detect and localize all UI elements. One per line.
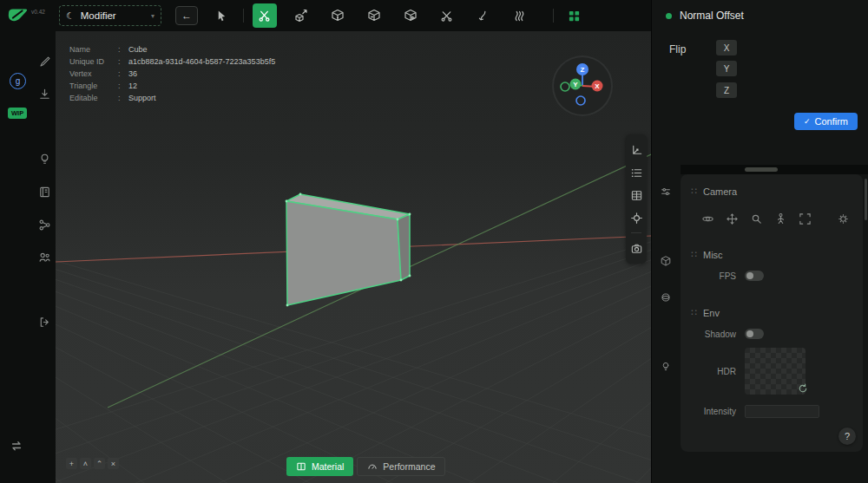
intensity-label: Intensity: [691, 407, 736, 416]
info-row: Triangle12: [69, 80, 275, 92]
users-button[interactable]: [33, 245, 56, 268]
section-misc: ∷ Misc: [691, 249, 852, 260]
orientation-gizmo[interactable]: Z Y X: [554, 57, 611, 114]
wip-badge: WIP: [8, 108, 27, 119]
table-icon: [630, 189, 643, 202]
back-button[interactable]: ←: [175, 6, 198, 25]
flip-x-button[interactable]: X: [716, 40, 737, 55]
modifier-dropdown[interactable]: ☾ Modifier ▾: [59, 5, 161, 26]
info-label: Name: [69, 43, 118, 55]
journal-button[interactable]: [33, 180, 56, 203]
light-button[interactable]: [33, 147, 56, 170]
fps-toggle[interactable]: [745, 271, 764, 281]
toolbar-divider: [243, 9, 244, 23]
apps-grid-button[interactable]: [562, 3, 587, 28]
camera-modes-row: [700, 211, 851, 226]
pan-mode-button[interactable]: [724, 211, 740, 226]
tab-material[interactable]: Material: [286, 457, 353, 476]
info-label: Vertex: [69, 68, 118, 80]
comb-brush-tool[interactable]: [508, 3, 532, 28]
panel-tab-indicator[interactable]: [745, 167, 778, 172]
confirm-button[interactable]: ✓ Confirm: [794, 113, 858, 130]
flip-z-button[interactable]: Z: [716, 82, 737, 98]
logo-icon: [7, 7, 30, 24]
tab-performance[interactable]: Performance: [357, 457, 445, 476]
export-button[interactable]: [33, 310, 56, 333]
drag-handle-icon[interactable]: ∷: [691, 307, 697, 318]
focus-button[interactable]: [626, 206, 647, 229]
help-button[interactable]: ?: [838, 428, 856, 445]
shadow-label: Shadow: [691, 330, 736, 339]
refresh-icon[interactable]: [798, 382, 808, 397]
mini-ctrl-button[interactable]: ⌃: [94, 458, 105, 469]
strip-cube-button[interactable]: [654, 251, 677, 271]
gauge-icon: [367, 461, 378, 472]
list-button[interactable]: [626, 161, 647, 184]
frame-mode-button[interactable]: [797, 211, 812, 226]
info-label: Editable: [69, 92, 118, 104]
knife-icon: [440, 10, 453, 23]
svg-text:Z: Z: [581, 66, 585, 74]
pen-tool-button[interactable]: [33, 50, 56, 73]
render-settings-button[interactable]: [835, 211, 851, 226]
strip-sphere-button[interactable]: [654, 287, 677, 308]
gizmo-neg-y[interactable]: [561, 82, 569, 91]
modifier-icon: ☾: [66, 11, 75, 21]
download-button[interactable]: [33, 82, 56, 105]
screenshot-button[interactable]: [626, 237, 647, 259]
extrude-tool[interactable]: [289, 3, 313, 28]
mini-up-button[interactable]: ˄: [80, 458, 91, 469]
panel-scrollbar[interactable]: [865, 179, 867, 220]
mini-close-button[interactable]: ×: [108, 458, 119, 469]
app-window: v0.42 ☾ Modifier ▾ ←: [0, 0, 868, 483]
camera-icon: [630, 242, 643, 255]
mini-add-button[interactable]: +: [66, 458, 77, 469]
dimension-button[interactable]: [626, 139, 647, 161]
preferences-button[interactable]: [5, 434, 28, 457]
svg-text:X: X: [595, 82, 600, 90]
tab-performance-label: Performance: [383, 461, 435, 472]
export-icon: [38, 316, 51, 329]
svg-text:Y: Y: [573, 81, 578, 88]
pan-icon: [726, 212, 739, 225]
strip-light-button[interactable]: [654, 356, 677, 377]
flip-y-button[interactable]: Y: [716, 61, 737, 76]
avatar[interactable]: g: [10, 73, 26, 89]
intensity-input[interactable]: [745, 405, 819, 418]
hook-tool[interactable]: [471, 3, 496, 28]
cube-mesh[interactable]: [286, 193, 411, 307]
hdr-thumbnail[interactable]: [745, 348, 806, 395]
intensity-row: Intensity: [691, 405, 852, 418]
knife-tool[interactable]: [435, 3, 459, 28]
select-cursor-tool[interactable]: [210, 3, 234, 28]
fps-row: FPS: [691, 271, 852, 281]
gizmo-y[interactable]: Y: [570, 79, 582, 90]
viewport-3d[interactable]: NameCube Unique IDa1cb882a-931d-4604-b58…: [56, 31, 651, 483]
section-camera: ∷ Camera: [691, 186, 852, 197]
gizmo-z[interactable]: Z: [576, 63, 589, 75]
gizmo-neg-z[interactable]: [576, 96, 585, 105]
section-misc-title: Misc: [703, 250, 723, 260]
shadow-toggle[interactable]: [745, 329, 764, 339]
section-camera-title: Camera: [703, 186, 737, 197]
orbit-mode-button[interactable]: [700, 211, 715, 226]
boolean-subtract-tool[interactable]: [362, 3, 386, 28]
drag-handle-icon[interactable]: ∷: [691, 186, 697, 197]
mesh-info-panel: NameCube Unique IDa1cb882a-931d-4604-b58…: [69, 43, 275, 104]
toolbar-divider: [553, 9, 554, 23]
table-button[interactable]: [626, 184, 647, 206]
boolean-union-tool[interactable]: [326, 3, 350, 28]
strip-sliders-button[interactable]: [654, 181, 677, 202]
edit-cut-tool[interactable]: [253, 3, 277, 28]
right-panel: Normal Offset Flip X Y Z ✓ Confirm: [651, 0, 868, 483]
zoom-mode-button[interactable]: [748, 211, 764, 226]
fps-label: FPS: [691, 271, 736, 281]
app-logo[interactable]: v0.42: [7, 7, 45, 24]
boolean-intersect-tool[interactable]: [398, 3, 423, 28]
drag-handle-icon[interactable]: ∷: [691, 249, 697, 260]
info-label: Triangle: [69, 80, 118, 92]
walk-mode-button[interactable]: [773, 211, 788, 226]
modifier-dropdown-label: Modifier: [81, 10, 145, 21]
gizmo-x[interactable]: X: [592, 81, 603, 92]
nodes-button[interactable]: [33, 213, 56, 236]
